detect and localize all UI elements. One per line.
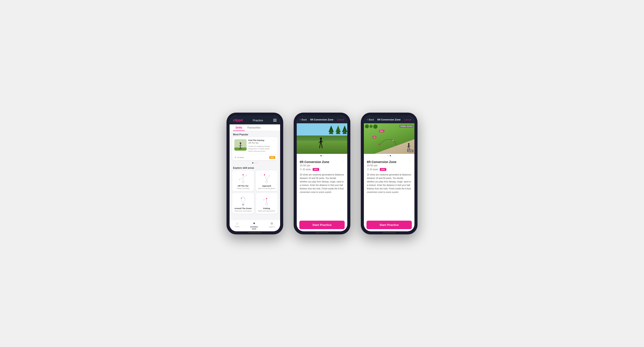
featured-drill-card[interactable]: Find The Fairway Off The Tee Create an i…	[232, 137, 278, 160]
phone-2: ‹ Back 6ft Conversion Zone Cancel	[294, 113, 350, 234]
skill-approach[interactable]: Approach Dial-in to hit the green	[256, 170, 278, 191]
svg-point-40	[408, 143, 410, 145]
back-button-3[interactable]: ‹ Back	[367, 118, 374, 121]
hamburger-line-2	[273, 120, 277, 121]
start-practice-button-3[interactable]: Start Practice	[366, 221, 412, 229]
svg-point-38	[392, 140, 394, 141]
img-dot-1	[320, 155, 322, 156]
back-label-3: Back	[369, 118, 374, 121]
svg-line-29	[264, 199, 267, 200]
svg-point-24	[266, 203, 268, 205]
nav-activities-label: Activities	[250, 226, 258, 228]
header-title: Practice	[253, 119, 263, 122]
drill-name-block-3: 6ft Conversion Zone 10-50 yds	[367, 160, 396, 167]
home-icon: ⌂	[236, 221, 238, 225]
nav-activities[interactable]: ✦ Activities	[250, 221, 258, 229]
svg-point-20	[243, 204, 244, 205]
dot-2	[254, 162, 256, 163]
svg-point-23	[243, 197, 244, 198]
atg-skill-icon	[236, 196, 250, 206]
shots-text-2: 20 shots	[302, 168, 311, 171]
img-dot-3-1	[388, 155, 389, 156]
phone-notch-1	[246, 113, 264, 114]
most-popular-label: Most Popular	[230, 131, 280, 137]
nav-home[interactable]: ⌂ Home	[235, 221, 239, 229]
map-hit-label: Hit	[372, 136, 376, 138]
phone-notch-2	[313, 113, 331, 114]
image-carousel-dots	[297, 154, 347, 158]
atg-skill-desc: Hone your short game	[234, 210, 252, 212]
golfer-svg	[238, 142, 243, 150]
atg-icon-area	[236, 196, 250, 206]
ott-skill-icon	[236, 173, 250, 184]
menu-button[interactable]	[273, 119, 277, 122]
nav-home-label: Home	[235, 226, 239, 228]
clock-icon-3: ⏱	[367, 168, 369, 171]
skill-putting[interactable]: Putting Make and lag practice	[256, 193, 278, 214]
favourite-icon-3[interactable]: ♡	[409, 160, 412, 163]
drill-map: Hit Miss FAIRWAY ROUGH SAND	[364, 123, 414, 154]
back-label-2: Back	[302, 118, 307, 121]
hamburger-line-3	[273, 121, 277, 122]
favourite-icon[interactable]: ♡	[273, 139, 275, 152]
shots-count-text: 10 shots	[237, 156, 244, 158]
drill-detail-content-3: 6ft Conversion Zone 10-50 yds ♡ ⏱ 20 sho…	[364, 158, 414, 218]
ott-badge: OTT	[269, 156, 275, 159]
app-logo: clippd	[233, 118, 243, 122]
ott-icon-area	[236, 173, 250, 184]
bottom-nav: ⌂ Home ✦ Activities ⊕ Capture	[230, 220, 280, 231]
svg-point-16	[264, 174, 265, 175]
svg-line-5	[240, 147, 241, 149]
drill-range-3: 10-50 yds	[367, 164, 396, 167]
putting-icon-area	[260, 196, 273, 206]
approach-skill-icon	[260, 173, 273, 184]
drill-detail-content-2: 6ft Conversion Zone 10-50 yds ♡ ⏱ 20 sho…	[297, 158, 347, 218]
svg-rect-32	[320, 140, 322, 144]
phone-1: clippd Practice Drills Favourites Most P…	[226, 113, 283, 234]
hamburger-line-1	[273, 119, 277, 119]
svg-point-21	[241, 198, 242, 199]
detail-title-3: 6ft Conversion Zone	[377, 118, 400, 121]
svg-point-22	[244, 198, 245, 199]
shots-count-2: ⏱ 20 shots	[300, 168, 311, 171]
skills-grid: Off The Tee Power accuracy	[230, 170, 280, 216]
putting-skill-desc: Make and lag practice	[258, 210, 275, 212]
cancel-button-3[interactable]: Cancel	[404, 118, 412, 121]
back-button-2[interactable]: ‹ Back	[300, 118, 307, 121]
svg-line-35	[320, 144, 320, 148]
drill-name-3: 6ft Conversion Zone	[367, 160, 396, 164]
skill-off-the-tee[interactable]: Off The Tee Power accuracy	[232, 170, 254, 191]
approach-skill-name: Approach	[262, 185, 271, 187]
cancel-button-2[interactable]: Cancel	[337, 118, 344, 121]
shots-count-3: ⏱ 20 shots	[367, 168, 378, 171]
svg-line-14	[264, 175, 267, 181]
favourite-icon-2[interactable]: ♡	[342, 160, 344, 163]
drill-meta-3: ⏱ 20 shots ARG	[367, 168, 412, 171]
tab-favourites[interactable]: Favourites	[245, 124, 263, 131]
nav-capture[interactable]: ⊕ Capture	[268, 221, 275, 229]
start-practice-button-2[interactable]: Start Practice	[299, 221, 345, 229]
tab-drills[interactable]: Drills	[233, 124, 245, 131]
svg-line-9	[243, 175, 246, 177]
home-indicator-1	[248, 232, 262, 233]
approach-icon-area	[260, 173, 273, 184]
capture-icon: ⊕	[270, 221, 273, 225]
dot-3	[256, 162, 258, 163]
drill-title-row-3: 6ft Conversion Zone 10-50 yds ♡	[367, 160, 412, 167]
skill-around-green[interactable]: Around The Green Hone your short game	[232, 193, 254, 214]
home-indicator-3	[382, 232, 396, 233]
featured-drill-desc: Create an imaginary fairway using trees …	[248, 145, 271, 153]
home-indicator-2	[316, 232, 328, 233]
svg-line-4	[240, 147, 240, 149]
golfer-figure-2	[318, 137, 324, 150]
scene: clippd Practice Drills Favourites Most P…	[214, 100, 430, 247]
drill-meta-2: ⏱ 20 shots ARG	[300, 168, 344, 171]
putting-skill-icon	[260, 196, 273, 206]
phone-3-screen: ‹ Back 6ft Conversion Zone Cancel	[364, 116, 414, 231]
back-chevron-3: ‹	[367, 118, 368, 121]
arg-badge-2: ARG	[313, 168, 319, 171]
featured-drill-image	[234, 139, 246, 151]
ott-skill-name: Off The Tee	[238, 185, 248, 187]
svg-point-27	[266, 200, 267, 201]
svg-point-39	[394, 146, 396, 147]
